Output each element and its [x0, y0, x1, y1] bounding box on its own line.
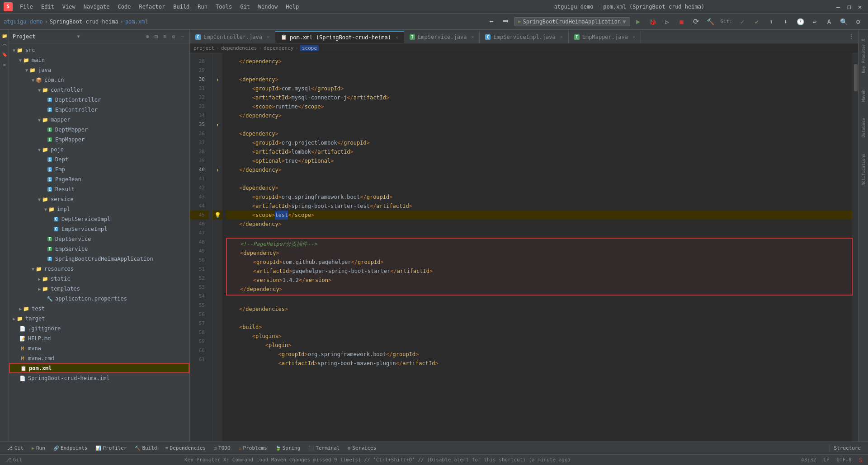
tree-item-empmapper[interactable]: I EmpMapper: [9, 135, 189, 145]
bottom-profiler-btn[interactable]: 📊 Profiler: [92, 444, 130, 452]
tree-item-pomxml[interactable]: 📋 pom.xml: [9, 363, 189, 373]
tree-item-service[interactable]: ▼ 📁 service: [9, 194, 189, 204]
tab-empcontroller[interactable]: C EmpController.java ✕: [190, 31, 275, 43]
scrollbar-thumb[interactable]: [854, 64, 858, 91]
tree-item-comcn[interactable]: ▼ 📦 com.cn: [9, 75, 189, 85]
lightbulb-icon[interactable]: 💡: [214, 212, 221, 218]
menu-view[interactable]: View: [59, 3, 79, 11]
tree-item-resources[interactable]: ▼ 📁 resources: [9, 264, 189, 274]
git-status-item[interactable]: ⎇ Git: [4, 457, 24, 463]
settings-button[interactable]: ⚙: [852, 15, 864, 28]
tree-item-gitignore[interactable]: 📄 .gitignore: [9, 324, 189, 333]
bottom-services-btn[interactable]: ⚙ Services: [344, 444, 380, 452]
tree-item-target[interactable]: ▶ 📁 target: [9, 314, 189, 324]
minimize-button[interactable]: —: [834, 2, 843, 11]
bc-dependencies[interactable]: dependencies: [221, 45, 257, 51]
menu-file[interactable]: File: [16, 3, 37, 11]
git-check2[interactable]: ✔: [750, 15, 763, 28]
menu-window[interactable]: Window: [255, 3, 281, 11]
tab-close-icon[interactable]: ✕: [471, 34, 474, 39]
cursor-position[interactable]: 43:32: [799, 457, 818, 463]
breadcrumb-file[interactable]: pom.xml: [125, 19, 148, 25]
tree-item-pagebean[interactable]: C PageBean: [9, 174, 189, 184]
tree-item-helpmd[interactable]: 📝 HELP.md: [9, 333, 189, 343]
line-ending-status[interactable]: LF: [821, 457, 831, 463]
bc-scope[interactable]: scope: [300, 45, 319, 51]
bottom-spring-btn[interactable]: 🍃 Spring: [272, 444, 304, 452]
menu-help[interactable]: Help: [282, 3, 302, 11]
maximize-button[interactable]: ❐: [844, 2, 854, 11]
tree-item-emp[interactable]: C Emp: [9, 164, 189, 174]
menu-edit[interactable]: Edit: [38, 3, 58, 11]
translate-button[interactable]: A: [823, 15, 835, 28]
close-button[interactable]: ✕: [855, 2, 864, 11]
tree-item-springbootapp[interactable]: C SpringBootCrudHeimaApplication: [9, 254, 189, 264]
hide-panel-button[interactable]: —: [179, 33, 186, 41]
menu-run[interactable]: Run: [194, 3, 211, 11]
forward-button[interactable]: ⮕: [500, 15, 512, 28]
build-button[interactable]: 🔨: [704, 15, 717, 28]
tab-close-icon[interactable]: ✕: [560, 34, 563, 39]
git-check1[interactable]: ✓: [736, 15, 749, 28]
menu-build[interactable]: Build: [170, 3, 193, 11]
tree-item-java[interactable]: ▼ 📁 java: [9, 65, 189, 75]
tree-item-iml[interactable]: 📄 SpringBoot-crud-heima.iml: [9, 373, 189, 383]
database-label[interactable]: Database: [861, 118, 866, 137]
bottom-run-btn[interactable]: ▶ Run: [28, 444, 49, 452]
run-button[interactable]: ▶: [632, 15, 645, 28]
tree-item-appprops[interactable]: 🔧 application.properties: [9, 294, 189, 304]
commit-icon[interactable]: C: [2, 44, 7, 47]
tab-pomxml[interactable]: 📋 pom.xml (SpringBoot-crud-heima) ✕: [275, 31, 404, 43]
breadcrumb-project[interactable]: atguigu-demo: [4, 19, 43, 25]
tab-empmapper[interactable]: I EmpMapper.java ✕: [569, 31, 641, 43]
back-button[interactable]: ⬅: [485, 15, 498, 28]
tree-item-empcontroller[interactable]: C EmpController: [9, 105, 189, 115]
menu-refactor[interactable]: Refactor: [135, 3, 169, 11]
run-config-selector[interactable]: ▶ SpringBootCrudHeimaApplication ▼: [514, 17, 630, 26]
tab-close-icon[interactable]: ✕: [267, 34, 269, 39]
bc-project[interactable]: project: [193, 45, 214, 51]
tab-more-button[interactable]: ⋮: [844, 33, 858, 40]
scope-button[interactable]: ⊕: [144, 33, 151, 41]
code-editor[interactable]: 28 29 30 31 32 33 34 35 36 37 38 39 40 4…: [190, 53, 858, 442]
run-coverage-button[interactable]: ▷: [661, 15, 674, 28]
bottom-terminal-btn[interactable]: ⬛ Terminal: [305, 444, 343, 452]
git-rollback[interactable]: ↩: [808, 15, 821, 28]
tab-empserviceimpl[interactable]: C EmpServiceImpl.java ✕: [480, 31, 568, 43]
tree-item-impl[interactable]: ▼ 📁 impl: [9, 204, 189, 214]
breadcrumb-module[interactable]: SpringBoot-crud-heima: [50, 19, 118, 25]
tree-item-deptserviceimpl[interactable]: C DeptServiceImpl: [9, 214, 189, 224]
tree-item-deptcontroller[interactable]: C DeptController: [9, 95, 189, 105]
notifications-label[interactable]: Notifications: [861, 154, 866, 185]
bottom-build-btn[interactable]: 🔨 Build: [131, 444, 160, 452]
bc-dependency[interactable]: dependency: [264, 45, 293, 51]
structure-icon[interactable]: ≡: [3, 62, 5, 67]
tree-item-mvnw[interactable]: M mvnw: [9, 343, 189, 353]
sort-button[interactable]: ≋: [161, 33, 168, 41]
menu-code[interactable]: Code: [114, 3, 135, 11]
bottom-problems-btn[interactable]: ⚠ Problems: [235, 444, 271, 452]
stop-button[interactable]: ■: [675, 15, 688, 28]
key-promoter-label[interactable]: Key Promoter X: [861, 39, 866, 73]
bookmarks-icon[interactable]: 🔖: [2, 52, 7, 57]
bottom-structure-btn[interactable]: Structure: [830, 444, 864, 452]
tree-item-static[interactable]: ▶ 📁 static: [9, 274, 189, 284]
tree-item-deptmapper[interactable]: I DeptMapper: [9, 125, 189, 135]
notification-message[interactable]: Key Promoter X: Command Load Maven Chang…: [183, 457, 641, 463]
tree-item-controller[interactable]: ▼ 📁 controller: [9, 85, 189, 95]
git-history[interactable]: 🕐: [794, 15, 807, 28]
tree-item-empserviceimpl[interactable]: C EmpServiceImpl: [9, 224, 189, 234]
tree-item-src[interactable]: ▼ 📁 src: [9, 45, 189, 55]
search-button[interactable]: 🔍: [837, 15, 850, 28]
tab-close-icon[interactable]: ✕: [396, 35, 398, 40]
tree-item-empservice[interactable]: I EmpService: [9, 244, 189, 254]
project-icon[interactable]: 📁: [2, 33, 7, 38]
tree-item-mapper[interactable]: ▼ 📁 mapper: [9, 115, 189, 125]
tree-item-test[interactable]: ▶ 📁 test: [9, 304, 189, 314]
collapse-button[interactable]: ⊟: [153, 33, 160, 41]
git-push[interactable]: ⬇: [779, 15, 792, 28]
tab-empservice[interactable]: I EmpService.java ✕: [404, 31, 480, 43]
git-update[interactable]: ⬆: [765, 15, 778, 28]
tree-item-pojo[interactable]: ▼ 📁 pojo: [9, 145, 189, 155]
tree-item-mvnwcmd[interactable]: M mvnw.cmd: [9, 353, 189, 363]
